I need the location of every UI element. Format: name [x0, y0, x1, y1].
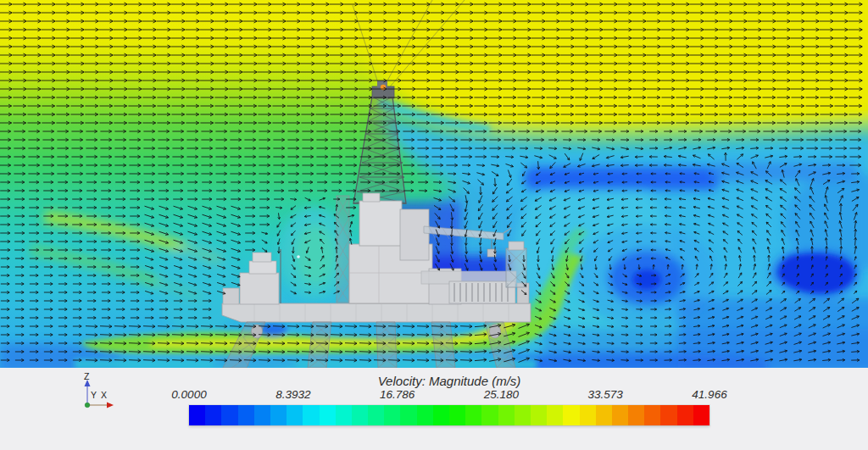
- colorbar-segment: [596, 405, 612, 425]
- colorbar-segment: [693, 405, 709, 425]
- colorbar-segment: [320, 405, 336, 425]
- colorbar-segment: [531, 405, 547, 425]
- colorbar-segment: [547, 405, 563, 425]
- colorbar-segment: [433, 405, 449, 425]
- hull: [222, 303, 531, 322]
- colorbar-segment: [368, 405, 384, 425]
- colorbar-segment: [465, 405, 481, 425]
- colorbar-segment: [515, 405, 531, 425]
- colorbar-segment: [221, 405, 237, 425]
- bow-module: [240, 273, 279, 304]
- colorbar-segment: [563, 405, 579, 425]
- colorbar-segment: [254, 405, 270, 425]
- colorbar-segment: [238, 405, 254, 425]
- colorbar-segment: [481, 405, 498, 425]
- y-axis-dot: [85, 403, 90, 408]
- colorbar-tick: 8.3932: [275, 388, 310, 401]
- colorbar-segment: [205, 405, 221, 425]
- cfd-window: Z Y X Velocity: Magnitude (m/s) 0.00008.…: [0, 0, 868, 450]
- colorbar-segment: [612, 405, 628, 425]
- x-axis-arrowhead: [107, 403, 114, 408]
- velocity-contour-plot: [0, 0, 868, 368]
- probe-point: [297, 255, 300, 258]
- colorbar-title: Velocity: Magnitude (m/s): [378, 374, 521, 388]
- colorbar-segment: [660, 405, 676, 425]
- pipe-rack: [449, 281, 515, 303]
- legend-panel: Z Y X Velocity: Magnitude (m/s) 0.00008.…: [0, 368, 868, 450]
- colorbar-segment: [336, 405, 352, 425]
- colorbar-segment: [400, 405, 416, 425]
- colorbar-segment: [303, 405, 319, 425]
- colorbar: [189, 405, 709, 425]
- axis-triad: Z Y X: [66, 369, 125, 441]
- axis-z-label: Z: [84, 371, 90, 381]
- colorbar-segment: [628, 405, 644, 425]
- colorbar-segment: [270, 405, 287, 425]
- crane-pedestal: [506, 248, 526, 287]
- colorbar-segment: [498, 405, 515, 425]
- colorbar-segment: [352, 405, 368, 425]
- colorbar-segment: [644, 405, 660, 425]
- colorbar-tick: 16.786: [380, 388, 415, 401]
- colorbar-segment: [580, 405, 596, 425]
- colorbar-segment: [287, 405, 303, 425]
- colorbar-segment: [417, 405, 433, 425]
- colorbar-tick: 41.966: [692, 388, 726, 401]
- axis-x-label: X: [101, 390, 107, 400]
- colorbar-tick: 25.180: [484, 388, 519, 401]
- colorbar-tick: 33.573: [588, 388, 623, 401]
- colorbar-segment: [449, 405, 465, 425]
- cfd-viewport[interactable]: [0, 0, 868, 368]
- colorbar-segment: [384, 405, 400, 425]
- colorbar-segment: [677, 405, 693, 425]
- drill-floor: [359, 201, 402, 246]
- axis-y-label: Y: [91, 390, 97, 400]
- colorbar-tick: 0.0000: [171, 388, 206, 401]
- colorbar-segment: [189, 405, 205, 425]
